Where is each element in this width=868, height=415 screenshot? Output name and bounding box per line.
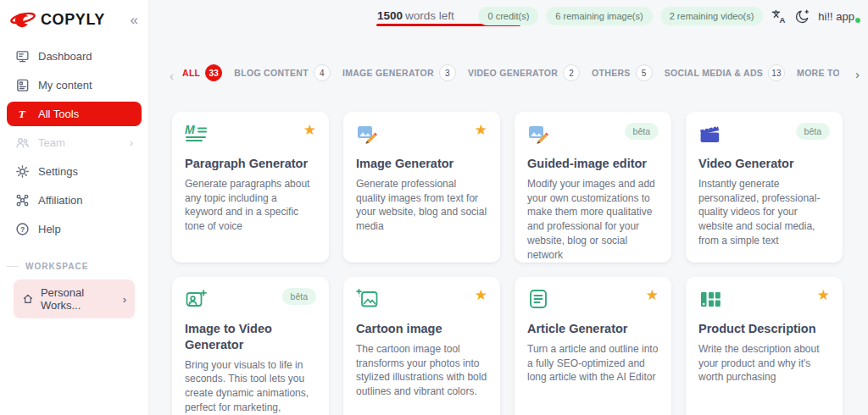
tool-card-guided-image-editor[interactable]: bêta Guided-image editor Modify your ima… — [515, 112, 671, 263]
home-icon — [22, 292, 34, 306]
paragraph-generator-icon: M — [185, 123, 207, 148]
tool-card-video-generator[interactable]: bêta Video Generator Instantly generate … — [686, 112, 843, 263]
sidebar-item-affiliation[interactable]: Affiliation — [7, 188, 142, 213]
card-title: Cartoon image — [356, 321, 487, 337]
svg-text:A: A — [780, 14, 786, 24]
tab-count-badge: 13 — [768, 64, 785, 81]
copyly-logo-icon — [10, 8, 36, 30]
translate-icon[interactable]: A — [771, 8, 787, 25]
credits-badge: 0 credit(s) — [478, 7, 538, 25]
dashboard-icon — [15, 49, 30, 64]
tab-social-media-ads[interactable]: SOCIAL MEDIA & ADS 13 — [665, 61, 785, 90]
sidebar-item-label: My content — [38, 79, 92, 91]
sidebar-item-label: Help — [38, 223, 61, 235]
tool-card-image-generator[interactable]: ★ Image Generator Generate professional … — [343, 112, 500, 263]
tab-count-badge: 3 — [439, 64, 456, 81]
header-right-cluster: 0 credit(s) 6 remaining image(s) 2 remai… — [478, 7, 860, 25]
svg-text:M: M — [185, 123, 195, 136]
sidebar-item-label: Affiliation — [38, 194, 83, 207]
video-generator-icon — [698, 123, 721, 148]
sidebar-item-label: All Tools — [38, 108, 79, 120]
card-description: Instantly generate personalized, profess… — [698, 177, 830, 248]
tab-count-badge: 2 — [563, 64, 580, 81]
sidebar-item-help[interactable]: ? Help — [7, 217, 142, 241]
card-title: Image to Video Generator — [185, 321, 316, 353]
content-icon — [15, 78, 30, 92]
tabs-scroll-left-icon[interactable]: ‹ — [170, 69, 174, 83]
sidebar-item-label: Settings — [38, 165, 78, 178]
sidebar-item-dashboard[interactable]: Dashboard — [7, 44, 142, 69]
tool-card-paragraph-generator[interactable]: M ★ Paragraph Generator Generate paragra… — [172, 112, 329, 263]
card-title: Product Description — [698, 321, 830, 337]
favorite-star-icon[interactable]: ★ — [817, 288, 830, 302]
brand-name[interactable]: COPYLY — [41, 11, 105, 29]
tab-strip: ALL 33 BLOG CONTENT 4 IMAGE GENERATOR 3 … — [182, 61, 839, 90]
tab-count-badge: 5 — [636, 64, 653, 81]
sidebar: COPYLY « Dashboard My content T All Tool… — [0, 0, 149, 415]
sidebar-item-label: Dashboard — [38, 50, 92, 63]
sidebar-item-label: Team — [38, 136, 65, 149]
tab-all[interactable]: ALL 33 — [182, 61, 222, 90]
card-description: Modify your images and add your own cust… — [527, 177, 659, 263]
help-icon: ? — [15, 222, 30, 236]
svg-text:?: ? — [20, 225, 25, 234]
chevron-right-icon: › — [130, 136, 133, 149]
beta-badge: bêta — [625, 123, 659, 140]
guided-image-editor-icon — [527, 123, 549, 148]
remaining-images-badge: 6 remaining image(s) — [546, 7, 652, 25]
sidebar-item-team[interactable]: Team › — [7, 130, 142, 155]
tab-more-tools[interactable]: MORE TOOLS — [797, 61, 839, 90]
words-left-counter: 1500words left — [377, 9, 454, 22]
sidebar-item-all-tools[interactable]: T All Tools — [7, 102, 142, 126]
sidebar-item-personal-workspace[interactable]: Personal Works... › — [14, 279, 135, 318]
workspace-section-label: WORKSPACE — [7, 262, 142, 271]
card-title: Guided-image editor — [527, 156, 659, 172]
sidebar-collapse-icon[interactable]: « — [131, 13, 138, 27]
favorite-star-icon[interactable]: ★ — [475, 288, 487, 302]
tool-card-image-to-video-generator[interactable]: bêta Image to Video Generator Bring your… — [172, 277, 329, 415]
card-description: The cartoon image tool transforms your p… — [356, 342, 487, 399]
words-left-text: words left — [405, 9, 454, 22]
product-description-icon — [698, 288, 721, 313]
tab-others[interactable]: OTHERS 5 — [592, 61, 653, 90]
image-to-video-icon — [185, 288, 207, 313]
network-icon — [15, 193, 30, 208]
card-description: Bring your visuals to life in seconds. T… — [185, 358, 316, 415]
dark-mode-moon-icon[interactable] — [794, 8, 810, 25]
main-area: 1500words left Free 0 credit(s) 6 remain… — [149, 0, 868, 415]
sidebar-item-settings[interactable]: Settings — [7, 159, 142, 184]
tab-count-badge: 33 — [205, 64, 222, 81]
gear-icon — [15, 164, 30, 179]
tools-icon: T — [15, 107, 30, 121]
sidebar-item-my-content[interactable]: My content — [7, 73, 142, 97]
username: hi!! app — [818, 10, 854, 23]
tool-card-product-description[interactable]: ★ Product Description Write the descript… — [686, 277, 843, 415]
chevron-right-icon: › — [123, 293, 126, 306]
card-title: Image Generator — [356, 156, 487, 172]
sidebar-menu: Dashboard My content T All Tools Team › — [0, 37, 148, 318]
beta-badge: bêta — [796, 123, 830, 140]
divider — [7, 266, 19, 267]
card-description: Write the description about your product… — [698, 342, 830, 385]
card-title: Paragraph Generator — [185, 156, 316, 172]
image-generator-icon — [356, 123, 378, 148]
tools-grid: M ★ Paragraph Generator Generate paragra… — [172, 112, 843, 415]
tab-blog-content[interactable]: BLOG CONTENT 4 — [234, 61, 331, 90]
beta-badge: bêta — [282, 288, 316, 305]
favorite-star-icon[interactable]: ★ — [303, 123, 316, 137]
tabs-scroll-right-icon[interactable]: › — [855, 67, 860, 81]
card-description: Generate paragraphs about any topic incl… — [185, 177, 316, 234]
user-menu[interactable]: hi!! app — [818, 10, 860, 23]
card-title: Article Generator — [527, 321, 659, 337]
favorite-star-icon[interactable]: ★ — [646, 288, 659, 302]
team-icon — [15, 136, 30, 150]
online-status-dot — [854, 17, 861, 24]
words-left-number: 1500 — [377, 9, 403, 22]
tab-video-generator[interactable]: VIDEO GENERATOR 2 — [468, 61, 580, 90]
tool-card-cartoon-image[interactable]: ★ Cartoon image The cartoon image tool t… — [343, 277, 500, 415]
tab-count-badge: 4 — [314, 64, 331, 81]
tool-card-article-generator[interactable]: ★ Article Generator Turn a article and o… — [515, 277, 671, 415]
card-title: Video Generator — [698, 156, 830, 172]
favorite-star-icon[interactable]: ★ — [475, 123, 487, 137]
tab-image-generator[interactable]: IMAGE GENERATOR 3 — [342, 61, 456, 90]
